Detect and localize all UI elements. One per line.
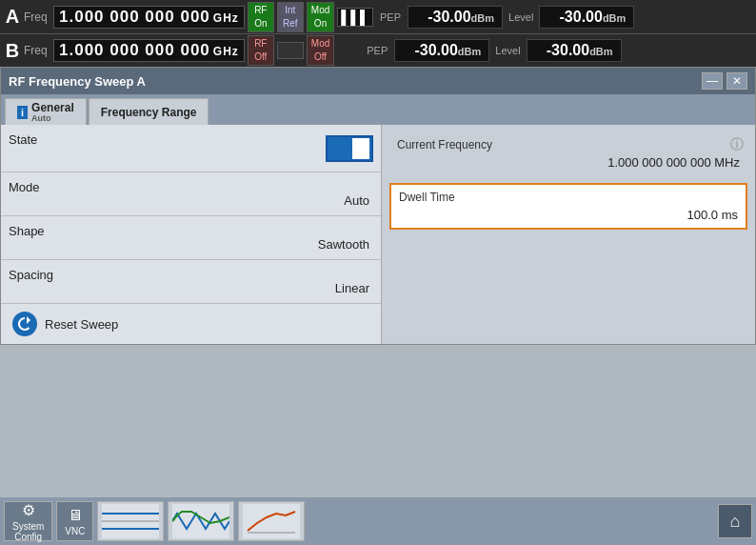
current-frequency-box: ⓘ Current Frequency 1.000 000 000 000 MH… [389, 132, 747, 175]
channel-a-row: A Freq 1.000 000 000 000GHz RFOn IntRef … [0, 0, 756, 33]
vnc-label: VNC [65, 526, 85, 536]
freq-label-b: Freq [24, 44, 50, 57]
mode-label: Mode [9, 176, 344, 194]
system-config-icon: ⚙ [22, 501, 35, 519]
pep-value-a[interactable]: -30.00dBm [408, 6, 503, 29]
pep-value-b[interactable]: -30.00dBm [394, 39, 489, 62]
channel-a-label: A [4, 0, 21, 33]
system-config-button[interactable]: ⚙ SystemConfig [4, 501, 52, 541]
state-row: State [1, 125, 381, 172]
freq-display-a[interactable]: 1.000 000 000 000GHz [53, 6, 245, 29]
rf-int-mod-group-a: RFOn [248, 2, 274, 32]
reset-icon [12, 312, 37, 336]
svg-rect-6 [243, 504, 300, 538]
taskbar: ⚙ SystemConfig 🖥 VNC ⌂ [0, 497, 756, 545]
info-icon: ⓘ [730, 136, 744, 153]
shape-row[interactable]: Shape Sawtooth [1, 216, 381, 260]
general-tab-subtitle: Auto [31, 114, 74, 123]
mod-off-btn-b[interactable]: ModOff [307, 35, 334, 66]
rf-off-group-b: RFOff [248, 35, 274, 66]
level-value-a[interactable]: -30.00dBm [539, 6, 634, 29]
state-toggle[interactable] [326, 135, 373, 162]
top-status-bar: A Freq 1.000 000 000 000GHz RFOn IntRef … [0, 0, 756, 67]
home-button[interactable]: ⌂ [718, 504, 752, 538]
level-label-b: Level [492, 45, 523, 56]
taskbar-thumb-3[interactable] [238, 501, 305, 541]
freq-label-a: Freq [24, 10, 50, 24]
int-ref-btn-b[interactable] [277, 42, 304, 59]
general-tab-label: General [31, 101, 74, 114]
content-area: State Mode Auto Shape Sawtooth Spacing L… [1, 125, 755, 344]
frequency-range-tab-label: Frequency Range [101, 106, 197, 119]
dwell-time-value: 100.0 ms [399, 208, 738, 222]
freq-display-b[interactable]: 1.000 000 000 000GHz [53, 39, 245, 62]
state-label: State [9, 129, 326, 147]
channel-b-label: B [4, 34, 21, 68]
right-panel: ⓘ Current Frequency 1.000 000 000 000 MH… [382, 125, 755, 344]
dwell-time-box[interactable]: Dwell Time 100.0 ms [389, 183, 747, 230]
spacing-row[interactable]: Spacing Linear [1, 260, 381, 304]
pep-label-a: PEP [376, 11, 405, 23]
dialog-titlebar: RF Frequency Sweep A — ✕ [1, 68, 755, 94]
mod-bar-a: ▌▌▌ [337, 8, 373, 27]
close-button[interactable]: ✕ [726, 72, 747, 90]
minimize-button[interactable]: — [702, 72, 723, 90]
titlebar-buttons: — ✕ [702, 72, 747, 90]
int-ref-group-b [277, 42, 304, 59]
spacing-label: Spacing [9, 264, 335, 282]
left-panel: State Mode Auto Shape Sawtooth Spacing L… [1, 125, 382, 344]
home-icon: ⌂ [730, 512, 741, 532]
thumb-chart-1 [102, 504, 159, 538]
svg-marker-0 [27, 316, 30, 324]
spacing-value: Linear [335, 281, 373, 299]
reset-sweep-button[interactable]: Reset Sweep [1, 304, 381, 344]
current-frequency-title: Current Frequency [397, 138, 740, 151]
rf-on-btn-a[interactable]: RFOn [248, 2, 274, 32]
tabs-row: i General Auto Frequency Range [1, 94, 755, 125]
int-ref-btn-a[interactable]: IntRef [277, 2, 304, 32]
channel-b-row: B Freq 1.000 000 000 000GHz RFOff ModOff… [0, 33, 756, 67]
general-tab-icon: i [17, 106, 28, 119]
level-label-a: Level [506, 11, 536, 23]
tab-general[interactable]: i General Auto [5, 98, 87, 125]
mod-group-a: ModOn [307, 2, 334, 32]
system-config-label: SystemConfig [12, 521, 44, 542]
mode-row[interactable]: Mode Auto [1, 172, 381, 216]
taskbar-thumb-2[interactable] [168, 501, 234, 541]
tab-frequency-range[interactable]: Frequency Range [89, 98, 209, 125]
vnc-icon: 🖥 [68, 507, 83, 524]
pep-label-b: PEP [363, 45, 391, 56]
level-value-b[interactable]: -30.00dBm [527, 39, 622, 62]
toggle-thumb [352, 138, 369, 159]
dwell-time-title: Dwell Time [399, 191, 738, 204]
rf-off-btn-b[interactable]: RFOff [248, 35, 274, 66]
current-frequency-value: 1.000 000 000 000 MHz [397, 155, 740, 170]
thumb-chart-2 [172, 504, 229, 538]
mode-value: Auto [344, 193, 373, 212]
vnc-button[interactable]: 🖥 VNC [56, 501, 93, 541]
dialog-title: RF Frequency Sweep A [9, 74, 146, 89]
reset-sweep-label: Reset Sweep [45, 317, 118, 332]
shape-label: Shape [9, 220, 318, 238]
mod-off-group-b: ModOff [307, 35, 334, 66]
mod-on-btn-a[interactable]: ModOn [307, 2, 334, 32]
rf-sweep-dialog: RF Frequency Sweep A — ✕ i General Auto … [0, 67, 756, 345]
thumb-chart-3 [243, 504, 300, 538]
int-ref-group-a: IntRef [277, 2, 304, 32]
taskbar-thumb-1[interactable] [97, 501, 164, 541]
shape-value: Sawtooth [318, 237, 373, 255]
